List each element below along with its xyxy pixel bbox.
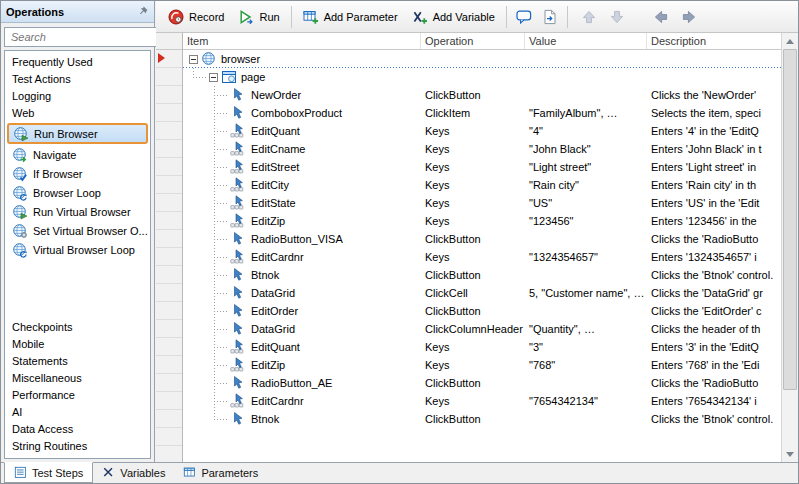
row-selector[interactable] — [156, 428, 182, 446]
tree-node-page[interactable]: page — [183, 68, 781, 86]
toolbar: Record Run Add Parameter Add Variable — [156, 1, 798, 33]
row-selector[interactable] — [156, 50, 182, 68]
scrollbar-track[interactable] — [782, 49, 798, 446]
row-selector[interactable] — [156, 212, 182, 230]
column-header-value[interactable]: Value — [525, 33, 647, 49]
row-selector[interactable] — [156, 266, 182, 284]
test-step-row[interactable]: DataGridClickCell5, "Customer name", …Cl… — [183, 284, 781, 302]
test-step-row[interactable]: EditQuantKeys"4"Enters '4' in the 'EditQ — [183, 122, 781, 140]
row-selector[interactable] — [156, 446, 182, 462]
test-step-row[interactable]: DataGridClickColumnHeader"Quantity", …Cl… — [183, 320, 781, 338]
row-selector[interactable] — [156, 392, 182, 410]
test-step-row[interactable]: EditCnameKeys"John Black"Enters 'John Bl… — [183, 140, 781, 158]
sidebar-item-mobile[interactable]: Mobile — [5, 336, 150, 353]
row-selector[interactable] — [156, 230, 182, 248]
tab-parameters[interactable]: Parameters — [174, 463, 267, 483]
sidebar-item-virtual-browser-loop[interactable]: Virtual Browser Loop — [5, 240, 150, 259]
row-selector[interactable] — [156, 140, 182, 158]
toolbar-separator — [506, 6, 507, 28]
click-action-icon — [230, 321, 246, 337]
collapse-toggle[interactable] — [189, 55, 198, 64]
description-cell: Clicks the 'Btnok' control. — [647, 266, 781, 284]
test-step-row[interactable]: RadioButton_VISAClickButtonClicks the 'R… — [183, 230, 781, 248]
sidebar-item-data-access[interactable]: Data Access — [5, 421, 150, 438]
move-down-button[interactable] — [604, 5, 630, 29]
add-comment-button[interactable] — [511, 5, 537, 29]
test-step-row[interactable]: BtnokClickButtonClicks the 'Btnok' contr… — [183, 266, 781, 284]
sidebar-item-label: Run Browser — [34, 128, 98, 140]
scrollbar-thumb[interactable] — [783, 49, 797, 390]
test-step-row[interactable]: EditCardnrKeys"1324354657"Enters '132435… — [183, 248, 781, 266]
row-selector[interactable] — [156, 248, 182, 266]
row-selector[interactable] — [156, 122, 182, 140]
value-cell — [525, 50, 647, 68]
test-step-row[interactable]: EditCityKeys"Rain city"Enters 'Rain city… — [183, 176, 781, 194]
tab-test-steps[interactable]: Test Steps — [4, 462, 93, 483]
add-parameter-button[interactable]: Add Parameter — [296, 5, 405, 29]
row-selector[interactable] — [156, 68, 182, 86]
column-header-item[interactable]: Item — [183, 33, 421, 49]
row-selector[interactable] — [156, 410, 182, 428]
row-selector[interactable] — [156, 104, 182, 122]
test-step-row[interactable]: EditCardnrKeys"7654342134"Enters '765434… — [183, 392, 781, 410]
grid-header: Item Operation Value Description — [183, 33, 781, 50]
sidebar-item-web[interactable]: Web — [5, 105, 150, 122]
outdent-button[interactable] — [648, 5, 674, 29]
collapse-toggle[interactable] — [209, 73, 218, 82]
row-selector[interactable] — [156, 374, 182, 392]
sidebar-item-checkpoints[interactable]: Checkpoints — [5, 319, 150, 336]
test-step-row[interactable]: EditZipKeys"768"Enters '768' in the 'Edi — [183, 356, 781, 374]
sidebar-item-test-actions[interactable]: Test Actions — [5, 71, 150, 88]
item-name: EditQuant — [251, 341, 300, 353]
sidebar-item-statements[interactable]: Statements — [5, 353, 150, 370]
row-selector[interactable] — [156, 302, 182, 320]
test-step-row[interactable]: EditOrderClickButtonClicks the 'EditOrde… — [183, 302, 781, 320]
row-selector[interactable] — [156, 338, 182, 356]
test-step-row[interactable]: EditStreetKeys"Light street"Enters 'Ligh… — [183, 158, 781, 176]
vertical-scrollbar[interactable] — [781, 33, 798, 462]
sidebar-item-frequently-used[interactable]: Frequently Used — [5, 54, 150, 71]
sidebar-item-performance[interactable]: Performance — [5, 387, 150, 404]
move-up-button[interactable] — [576, 5, 602, 29]
row-selector[interactable] — [156, 194, 182, 212]
test-step-row[interactable]: NewOrderClickButtonClicks the 'NewOrder' — [183, 86, 781, 104]
search-input[interactable] — [9, 30, 156, 44]
operations-panel-title: Operations — [6, 6, 136, 18]
row-selector[interactable] — [156, 158, 182, 176]
scroll-down-button[interactable] — [782, 446, 798, 462]
test-step-row[interactable]: RadioButton_AEClickButtonClicks the 'Rad… — [183, 374, 781, 392]
sidebar-item-run-browser[interactable]: Run Browser — [7, 123, 148, 144]
scroll-up-button[interactable] — [782, 33, 798, 49]
test-step-row[interactable]: EditStateKeys"US"Enters 'US' in the 'Edi… — [183, 194, 781, 212]
column-header-operation[interactable]: Operation — [421, 33, 525, 49]
run-button[interactable]: Run — [231, 5, 286, 29]
sidebar-item-if-browser[interactable]: If Browser — [5, 164, 150, 183]
sidebar-item-run-virtual-browser[interactable]: Run Virtual Browser — [5, 202, 150, 221]
test-step-row[interactable]: BtnokClickButtonClicks the 'Btnok' contr… — [183, 410, 781, 428]
test-step-row[interactable]: EditQuantKeys"3"Enters '3' in the 'EditQ — [183, 338, 781, 356]
test-step-row[interactable]: EditZipKeys"123456"Enters '123456' in th… — [183, 212, 781, 230]
row-selector[interactable] — [156, 284, 182, 302]
sidebar-item-string-routines[interactable]: String Routines — [5, 438, 150, 455]
test-step-row[interactable]: ComboboxProductClickItem"FamilyAlbum", …… — [183, 104, 781, 122]
sidebar-item-set-virtual-browser-o[interactable]: Set Virtual Browser O... — [5, 221, 150, 240]
row-selector[interactable] — [156, 356, 182, 374]
sidebar-item-browser-loop[interactable]: Browser Loop — [5, 183, 150, 202]
row-selector[interactable] — [156, 86, 182, 104]
record-button[interactable]: Record — [161, 5, 231, 29]
pin-icon[interactable] — [136, 5, 149, 18]
tree-node-browser[interactable]: browser — [183, 50, 781, 68]
row-selector[interactable] — [156, 176, 182, 194]
tab-variables[interactable]: Variables — [93, 463, 174, 483]
sidebar-item-ai[interactable]: AI — [5, 404, 150, 421]
add-variable-button[interactable]: Add Variable — [405, 5, 502, 29]
column-header-description[interactable]: Description — [647, 33, 781, 49]
sidebar-item-logging[interactable]: Logging — [5, 88, 150, 105]
sidebar-item-miscellaneous[interactable]: Miscellaneous — [5, 370, 150, 387]
operation-cell: Keys — [421, 122, 525, 140]
row-selector[interactable] — [156, 320, 182, 338]
sidebar-item-navigate[interactable]: Navigate — [5, 145, 150, 164]
item-name: DataGrid — [251, 287, 295, 299]
indent-button[interactable] — [676, 5, 702, 29]
show-descriptions-button[interactable] — [537, 5, 563, 29]
